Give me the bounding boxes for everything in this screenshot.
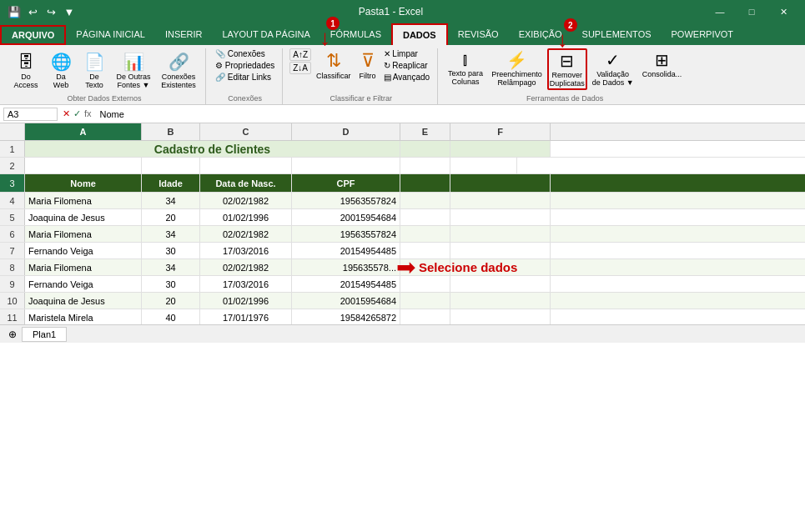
new-sheet-button[interactable]: ⊕ xyxy=(3,327,22,342)
avancado-button[interactable]: ▤ Avançado xyxy=(381,72,433,83)
cell-5a[interactable]: Joaquina de Jesus xyxy=(25,209,142,225)
cell-5b[interactable]: 20 xyxy=(142,209,200,225)
header-cell-e[interactable] xyxy=(400,174,450,192)
header-cell-f[interactable] xyxy=(450,174,551,192)
preenchimento-button[interactable]: ⚡ PreenchimentoRelâmpago xyxy=(488,48,546,88)
conexoes-button[interactable]: 📎 Conexões xyxy=(213,48,277,59)
cell-4b[interactable]: 34 xyxy=(142,193,200,208)
formula-check-icon[interactable]: ✓ xyxy=(73,108,81,119)
header-cell-nome[interactable]: Nome xyxy=(25,174,142,192)
formula-x-icon[interactable]: ✕ xyxy=(63,108,70,119)
other-sources-button[interactable]: 📊 De OutrasFontes ▼ xyxy=(112,48,155,92)
filtro-button[interactable]: ⊽ Filtro xyxy=(356,48,380,82)
maximize-button[interactable]: □ xyxy=(737,0,767,23)
cell-10c[interactable]: 01/02/1996 xyxy=(200,293,292,309)
cell-11c[interactable]: 17/01/1976 xyxy=(200,309,292,325)
cell-10e[interactable] xyxy=(400,293,450,309)
tab-pagina-inicial[interactable]: PÁGINA INICIAL xyxy=(66,23,155,45)
limpar-button[interactable]: ✕ Limpar xyxy=(381,48,433,59)
validacao-button[interactable]: ✓ Validaçãode Dados ▼ xyxy=(589,48,637,88)
header-cell-data[interactable]: Data de Nasc. xyxy=(200,174,292,192)
cell-4f[interactable] xyxy=(450,193,551,208)
cell-6f[interactable] xyxy=(450,226,551,242)
connections-existing-button[interactable]: 🔗 ConexõesExistentes xyxy=(157,48,200,92)
cell-8b[interactable]: 34 xyxy=(142,259,200,275)
tab-layout[interactable]: LAYOUT DA PÁGINA xyxy=(213,23,320,45)
cell-8e[interactable]: ➡ Selecione dados xyxy=(400,259,450,275)
cell-1f[interactable] xyxy=(450,141,551,157)
cell-8a[interactable]: Maria Filomena xyxy=(25,259,142,275)
col-header-e[interactable]: E xyxy=(400,123,450,140)
text-button[interactable]: 📄 DeTexto xyxy=(78,48,110,92)
col-header-a[interactable]: A xyxy=(25,123,142,140)
cell-11d[interactable]: 19584265872 xyxy=(292,309,400,325)
save-icon[interactable]: 💾 xyxy=(7,4,22,19)
col-header-f[interactable]: F xyxy=(450,123,551,140)
cell-11f[interactable] xyxy=(450,309,551,325)
cell-4d[interactable]: 19563557824 xyxy=(292,193,400,208)
row-num-6[interactable]: 6 xyxy=(0,226,25,242)
cell-11a[interactable]: Maristela Mirela xyxy=(25,309,142,325)
cell-4a[interactable]: Maria Filomena xyxy=(25,193,142,208)
row-num-4[interactable]: 4 xyxy=(0,193,25,208)
cell-10a[interactable]: Joaquina de Jesus xyxy=(25,293,142,309)
row-num-3[interactable]: 3 xyxy=(0,174,25,192)
texto-colunas-button[interactable]: ⫿ Texto paraColunas xyxy=(445,48,486,88)
col-header-d[interactable]: D xyxy=(292,123,400,140)
cell-6d[interactable]: 19563557824 xyxy=(292,226,400,242)
tab-arquivo[interactable]: ARQUIVO xyxy=(0,25,66,45)
row-num-11[interactable]: 11 xyxy=(0,309,25,325)
cell-2f[interactable] xyxy=(450,158,517,173)
cell-9b[interactable]: 30 xyxy=(142,276,200,292)
tab-powerpivot[interactable]: POWERPIVOT xyxy=(662,23,744,45)
close-button[interactable]: ✕ xyxy=(768,0,798,23)
cell-10f[interactable] xyxy=(450,293,551,309)
reaplicar-button[interactable]: ↻ Reaplicar xyxy=(381,60,433,71)
cell-9a[interactable]: Fernando Veiga xyxy=(25,276,142,292)
cell-2c[interactable] xyxy=(200,158,292,173)
sheet-tab-plan1[interactable]: Plan1 xyxy=(22,327,67,342)
tab-revisao[interactable]: REVISÃO xyxy=(448,23,509,45)
cell-7d[interactable]: 20154954485 xyxy=(292,243,400,258)
cell-9d[interactable]: 20154954485 xyxy=(292,276,400,292)
cell-5c[interactable]: 01/02/1996 xyxy=(200,209,292,225)
cell-4e[interactable] xyxy=(400,193,450,208)
cell-5d[interactable]: 20015954684 xyxy=(292,209,400,225)
header-cell-cpf[interactable]: CPF xyxy=(292,174,400,192)
sort-za-button[interactable]: Z↓A xyxy=(289,62,311,74)
cell-1e[interactable] xyxy=(400,141,450,157)
cell-10b[interactable]: 20 xyxy=(142,293,200,309)
propriedades-button[interactable]: ⚙ Propriedades xyxy=(213,60,277,71)
access-button[interactable]: 🗄 DoAccess xyxy=(8,48,43,92)
row-num-5[interactable]: 5 xyxy=(0,209,25,225)
cell-2b[interactable] xyxy=(142,158,200,173)
undo-icon[interactable]: ↩ xyxy=(25,4,40,19)
cell-8d[interactable]: 195635578... xyxy=(292,259,400,275)
cell-9c[interactable]: 17/03/2016 xyxy=(200,276,292,292)
cell-11e[interactable] xyxy=(400,309,450,325)
cell-5f[interactable] xyxy=(450,209,551,225)
web-button[interactable]: 🌐 DaWeb xyxy=(45,48,77,92)
editar-links-button[interactable]: 🔗 Editar Links xyxy=(213,72,277,83)
row-num-2[interactable]: 2 xyxy=(0,158,25,173)
formula-input[interactable] xyxy=(97,108,802,120)
classificar-button[interactable]: ⇅ Classificar ↓ 1 xyxy=(313,48,355,82)
row-num-7[interactable]: 7 xyxy=(0,243,25,258)
cell-2d[interactable] xyxy=(292,158,400,173)
redo-icon[interactable]: ↪ xyxy=(43,4,58,19)
cell-6e[interactable] xyxy=(400,226,450,242)
tab-suplementos[interactable]: SUPLEMENTOS xyxy=(572,23,662,45)
cell-reference[interactable] xyxy=(3,108,58,121)
title-cell[interactable]: Cadastro de Clientes xyxy=(25,141,400,157)
col-header-c[interactable]: C xyxy=(200,123,292,140)
row-num-8[interactable]: 8 xyxy=(0,259,25,275)
row-num-1[interactable]: 1 xyxy=(0,141,25,157)
sort-az-button[interactable]: A↑Z xyxy=(289,48,311,61)
row-num-9[interactable]: 9 xyxy=(0,276,25,292)
cell-5e[interactable] xyxy=(400,209,450,225)
cell-7a[interactable]: Fernando Veiga xyxy=(25,243,142,258)
cell-2e[interactable] xyxy=(400,158,450,173)
cell-6c[interactable]: 02/02/1982 xyxy=(200,226,292,242)
cell-7b[interactable]: 30 xyxy=(142,243,200,258)
cell-6b[interactable]: 34 xyxy=(142,226,200,242)
